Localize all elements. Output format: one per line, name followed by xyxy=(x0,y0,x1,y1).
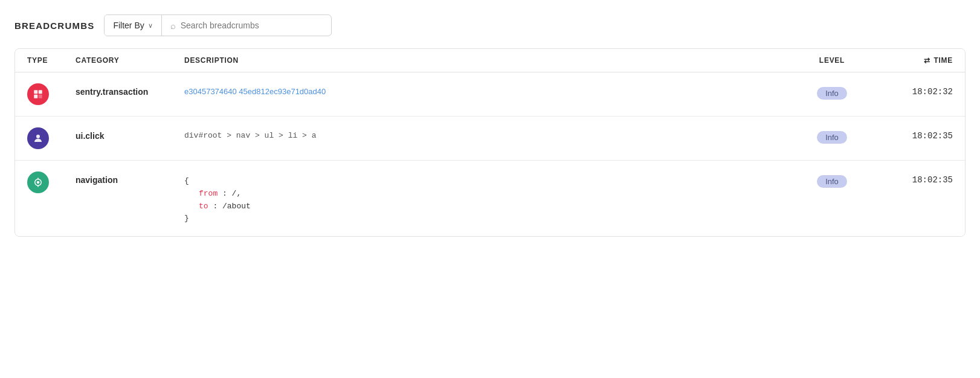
search-icon: ⌕ xyxy=(170,21,176,31)
description-cell-3: { from : /, to : /about } xyxy=(184,171,796,225)
level-cell-3: Info xyxy=(796,171,868,188)
svg-rect-1 xyxy=(39,90,42,94)
search-input[interactable] xyxy=(181,21,301,30)
type-cell-1 xyxy=(27,83,76,105)
navigation-svg xyxy=(33,177,44,188)
category-cell-3: navigation xyxy=(76,171,184,185)
table-row: sentry.transaction e30457374640 45ed812e… xyxy=(15,72,965,117)
table-row: navigation { from : /, to : /about } Inf… xyxy=(15,161,965,236)
category-cell-1: sentry.transaction xyxy=(76,83,184,97)
transaction-svg xyxy=(33,89,44,100)
table-row: ui.click div#root > nav > ul > li > a In… xyxy=(15,117,965,161)
col-time-label: TIME xyxy=(933,56,953,65)
chevron-down-icon: ∨ xyxy=(148,22,153,30)
code-from-colon: : /, xyxy=(218,189,241,198)
description-cell-2: div#root > nav > ul > li > a xyxy=(184,127,796,140)
filter-bar: Filter By ∨ ⌕ xyxy=(104,14,331,36)
filter-by-label: Filter By xyxy=(113,21,144,30)
code-to: to : /about xyxy=(184,200,796,213)
col-type: TYPE xyxy=(27,56,76,65)
page-title: BREADCRUMBS xyxy=(15,21,94,31)
col-category: CATEGORY xyxy=(76,56,184,65)
svg-rect-0 xyxy=(34,90,37,94)
level-badge-1: Info xyxy=(817,87,847,100)
svg-point-4 xyxy=(36,135,40,138)
filter-by-button[interactable]: Filter By ∨ xyxy=(105,15,161,36)
svg-rect-2 xyxy=(34,95,37,98)
category-cell-2: ui.click xyxy=(76,127,184,141)
svg-rect-3 xyxy=(39,95,42,98)
time-cell-3: 18:02:35 xyxy=(868,171,953,185)
table-header: TYPE CATEGORY DESCRIPTION LEVEL ⇄ TIME xyxy=(15,49,965,72)
col-description: DESCRIPTION xyxy=(184,56,796,65)
type-cell-3 xyxy=(27,171,76,193)
description-cell-1[interactable]: e30457374640 45ed812ec93e71d0ad40 xyxy=(184,83,796,96)
col-level: LEVEL xyxy=(796,56,868,65)
breadcrumbs-table: TYPE CATEGORY DESCRIPTION LEVEL ⇄ TIME s… xyxy=(15,48,965,237)
page-header: BREADCRUMBS Filter By ∨ ⌕ xyxy=(15,14,965,36)
transaction-icon xyxy=(27,83,49,105)
ui-icon xyxy=(27,127,49,149)
ui-svg xyxy=(33,133,44,144)
navigation-icon xyxy=(27,171,49,193)
col-time: ⇄ TIME xyxy=(868,56,953,65)
level-cell-1: Info xyxy=(796,83,868,100)
code-close: } xyxy=(184,213,796,225)
time-cell-1: 18:02:32 xyxy=(868,83,953,97)
code-to-colon: : /about xyxy=(208,202,251,211)
level-cell-2: Info xyxy=(796,127,868,144)
time-cell-2: 18:02:35 xyxy=(868,127,953,141)
type-cell-2 xyxy=(27,127,76,149)
svg-point-5 xyxy=(37,181,40,184)
code-to-key: to xyxy=(199,202,208,211)
sort-icon[interactable]: ⇄ xyxy=(924,56,930,65)
search-area: ⌕ xyxy=(162,21,331,31)
code-from: from : /, xyxy=(184,188,796,200)
code-from-key: from xyxy=(199,189,218,198)
code-open: { xyxy=(184,175,796,188)
level-badge-3: Info xyxy=(817,175,847,188)
level-badge-2: Info xyxy=(817,131,847,144)
